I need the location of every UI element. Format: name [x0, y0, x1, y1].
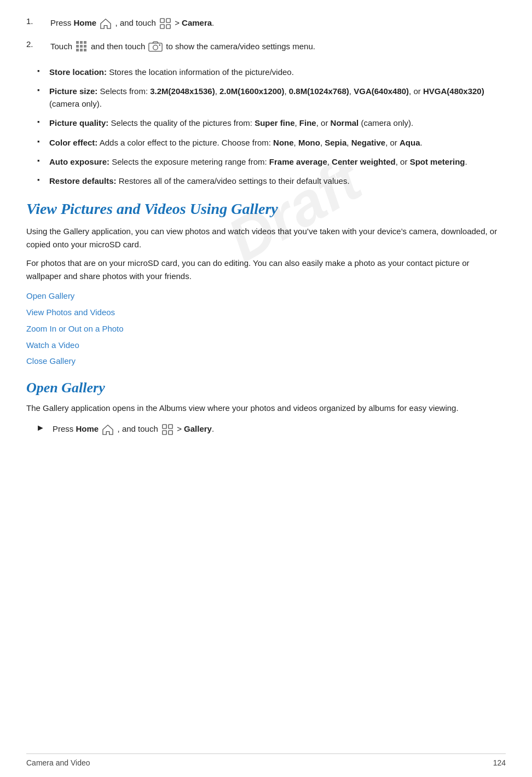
step-1-body: Press Home , and touch > Camera. — [50, 16, 506, 30]
camera-icon — [148, 40, 163, 53]
step-1-number: 1. — [26, 16, 46, 26]
open-gallery-step-body: Press Home , and touch > Gallery. — [53, 422, 506, 436]
step-1-connector: , and touch — [115, 18, 158, 27]
picture-size-text: Selects from: 3.2M(2048x1536), 2.0M(1600… — [49, 86, 484, 108]
settings-grid-icon — [76, 40, 88, 53]
step-1-suffix: > Camera. — [175, 18, 214, 27]
page-footer: Camera and Video 124 — [26, 753, 506, 767]
bullet-auto-exposure: Auto exposure: Selects the exposure mete… — [37, 155, 506, 168]
svg-point-14 — [153, 45, 158, 50]
svg-rect-12 — [84, 49, 86, 51]
picture-quality-text: Selects the quality of the pictures from… — [111, 118, 414, 127]
picture-size-label: Picture size: — [49, 86, 97, 96]
color-effect-label: Color effect: — [49, 138, 97, 147]
step-2-number: 2. — [26, 39, 46, 49]
grid-icon-2 — [161, 424, 174, 436]
store-location-text: Stores the location information of the p… — [109, 67, 294, 77]
step-2-body: Touch and then touch — [50, 39, 506, 54]
home-icon-1 — [100, 18, 112, 29]
svg-rect-2 — [160, 25, 164, 28]
svg-rect-16 — [163, 425, 166, 428]
svg-rect-19 — [169, 431, 172, 434]
open-gallery-body: The Gallery application opens in the Alb… — [26, 402, 506, 415]
step-1: 1. Press Home , and touch > Camera. — [26, 16, 506, 30]
home-label-1: Home — [74, 18, 97, 27]
home-icon-2 — [102, 424, 114, 435]
svg-rect-8 — [80, 45, 83, 48]
store-location-label: Store location: — [49, 67, 107, 77]
svg-rect-1 — [166, 19, 170, 22]
bullet-picture-quality: Picture quality: Selects the quality of … — [37, 117, 506, 129]
svg-rect-18 — [163, 431, 166, 434]
footer-right: 124 — [493, 758, 506, 767]
toc-open-gallery[interactable]: Open Gallery — [26, 288, 506, 304]
gallery-section-title: View Pictures and Videos Using Gallery — [26, 199, 506, 218]
toc-container: Open Gallery View Photos and Videos Zoom… — [26, 288, 506, 369]
toc-zoom-photo[interactable]: Zoom In or Out on a Photo — [26, 321, 506, 337]
step-2-touch: Touch — [50, 39, 72, 54]
bullet-restore-defaults: Restore defaults: Restores all of the ca… — [37, 175, 506, 187]
bullet-picture-size: Picture size: Selects from: 3.2M(2048x15… — [37, 85, 506, 111]
svg-rect-11 — [80, 49, 83, 51]
open-gallery-connector: , and touch — [118, 424, 160, 433]
svg-rect-17 — [169, 425, 172, 428]
footer-left: Camera and Video — [26, 758, 90, 767]
svg-rect-5 — [80, 41, 83, 44]
grid-icon-1 — [159, 18, 171, 30]
restore-defaults-label: Restore defaults: — [49, 176, 117, 185]
picture-quality-label: Picture quality: — [49, 118, 108, 127]
svg-rect-3 — [166, 25, 170, 28]
auto-exposure-label: Auto exposure: — [49, 157, 109, 166]
svg-rect-7 — [76, 45, 79, 48]
bullet-color-effect: Color effect: Adds a color effect to the… — [37, 136, 506, 149]
toc-view-photos-videos[interactable]: View Photos and Videos — [26, 305, 506, 320]
toc-watch-video[interactable]: Watch a Video — [26, 338, 506, 353]
color-effect-text: Adds a color effect to the picture. Choo… — [100, 138, 423, 147]
step-2: 2. Touch and then touch — [26, 39, 506, 54]
step-2-suffix: to show the camera/video settings menu. — [166, 39, 315, 54]
bullet-store-location: Store location: Stores the location info… — [37, 66, 506, 78]
arrow-marker: ► — [36, 422, 48, 433]
svg-point-15 — [159, 44, 161, 46]
home-label-2: Home — [76, 424, 99, 433]
settings-bullet-list: Store location: Stores the location info… — [37, 66, 506, 188]
svg-rect-0 — [160, 19, 164, 22]
open-gallery-suffix: > Gallery. — [177, 424, 214, 433]
gallery-intro-2: For photos that are on your microSD card… — [26, 257, 506, 283]
open-gallery-step: ► Press Home , and touch > Gallery. — [36, 422, 506, 436]
svg-rect-10 — [76, 49, 79, 51]
step-2-and-then-touch: and then touch — [91, 39, 145, 54]
open-gallery-title: Open Gallery — [26, 380, 506, 396]
svg-rect-4 — [76, 41, 79, 44]
toc-close-gallery[interactable]: Close Gallery — [26, 353, 506, 369]
auto-exposure-text: Selects the exposure metering range from… — [112, 157, 467, 166]
svg-rect-9 — [84, 45, 86, 48]
gallery-intro-1: Using the Gallery application, you can v… — [26, 225, 506, 251]
svg-rect-6 — [84, 41, 86, 44]
restore-defaults-text: Restores all of the camera/video setting… — [119, 176, 350, 185]
